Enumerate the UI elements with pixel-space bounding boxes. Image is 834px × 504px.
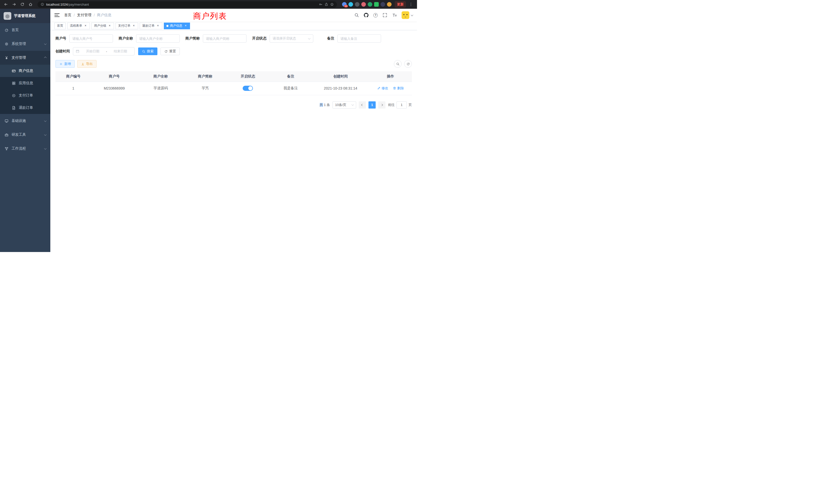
sidebar-item-app-info[interactable]: 应用信息	[0, 77, 50, 89]
extension-icon-3[interactable]	[355, 2, 359, 7]
extension-icon-1[interactable]: 10	[342, 2, 347, 7]
chevron-right-icon	[381, 104, 383, 106]
search-button[interactable]: 搜索	[138, 47, 157, 55]
extension-icon-8[interactable]	[387, 2, 392, 7]
card-icon	[12, 69, 16, 73]
sidebar-item-pay-order[interactable]: 支付订单	[0, 89, 50, 101]
calendar-icon	[76, 49, 79, 53]
user-menu[interactable]	[401, 11, 413, 19]
tag-close-icon[interactable]: ×	[132, 24, 136, 28]
document-icon	[12, 106, 16, 110]
font-size-icon[interactable]	[392, 13, 397, 18]
tab-home[interactable]: 首页	[54, 23, 66, 29]
col-merchant-no: 商户号	[91, 71, 137, 82]
refresh-icon	[164, 50, 168, 53]
export-button[interactable]: 导出	[77, 60, 96, 68]
status-toggle[interactable]	[243, 86, 253, 91]
date-end-placeholder[interactable]: 结束日期	[109, 49, 132, 54]
app-logo[interactable]: 芋道管理系统	[0, 9, 50, 23]
extension-badge: 10	[344, 5, 348, 7]
date-separator: -	[106, 49, 107, 53]
sidebar-item-label: 研发工具	[12, 132, 26, 137]
sidebar-item-merchant-info[interactable]: 商户信息	[0, 65, 50, 77]
edit-icon	[377, 87, 380, 90]
url-path: /pay/merchant	[68, 3, 89, 6]
full-name-input[interactable]	[136, 35, 180, 43]
tag-close-icon[interactable]: ×	[156, 24, 160, 28]
tab-refund-order[interactable]: 退款订单 ×	[140, 23, 162, 29]
search-icon	[396, 62, 399, 66]
breadcrumb-home[interactable]: 首页	[64, 13, 71, 18]
extension-icon-6[interactable]	[374, 2, 379, 7]
breadcrumb-separator: /	[74, 13, 75, 17]
sidebar-item-dev-tools[interactable]: 研发工具	[0, 128, 50, 142]
gear-icon	[5, 42, 8, 46]
col-status: 开启状态	[226, 71, 269, 82]
password-key-icon[interactable]	[319, 3, 323, 6]
extension-icon-5[interactable]	[368, 2, 372, 7]
browser-update-button[interactable]: 更新	[395, 1, 406, 8]
edit-link[interactable]: 修改	[377, 86, 388, 91]
address-bar[interactable]: localhost:1024/pay/merchant	[38, 1, 337, 8]
tab-merchant-info[interactable]: 商户信息 ×	[164, 23, 190, 29]
prev-page-button[interactable]	[359, 101, 366, 109]
sidebar: 芋道管理系统 首页 系统管理 支付管理 商户信息	[0, 9, 50, 252]
tag-close-icon[interactable]: ×	[184, 24, 188, 28]
goto-page-input[interactable]	[396, 101, 407, 109]
app-title: 芋道管理系统	[14, 14, 36, 18]
sidebar-item-system[interactable]: 系统管理	[0, 37, 50, 51]
pagination-total: 共 1 条	[320, 102, 330, 107]
pagination: 共 1 条 10条/页 1 前往 页	[56, 101, 412, 109]
extension-icon-7[interactable]	[380, 2, 385, 7]
search-icon[interactable]	[354, 13, 359, 18]
chevron-down-icon	[308, 37, 311, 40]
next-page-button[interactable]	[378, 101, 386, 109]
page-size-select[interactable]: 10条/页	[332, 101, 356, 109]
sidebar-item-payment[interactable]: 支付管理	[0, 51, 50, 65]
tag-close-icon[interactable]: ×	[84, 24, 87, 28]
extension-icon-2[interactable]	[348, 2, 353, 7]
refresh-icon	[407, 62, 410, 66]
date-range-picker[interactable]: 开始日期 - 结束日期	[73, 47, 135, 55]
toggle-search-button[interactable]	[394, 60, 401, 68]
site-info-icon[interactable]	[41, 3, 44, 6]
user-avatar	[401, 11, 409, 19]
add-button[interactable]: 新增	[56, 60, 75, 68]
tab-pay-order[interactable]: 支付订单 ×	[115, 23, 138, 29]
sidebar-item-home[interactable]: 首页	[0, 23, 50, 37]
date-start-placeholder[interactable]: 开始日期	[81, 49, 104, 54]
share-icon[interactable]	[325, 3, 328, 6]
sidebar-item-workflow[interactable]: 工作流程	[0, 142, 50, 156]
sidebar-item-refund-order[interactable]: 退款订单	[0, 101, 50, 114]
tag-close-icon[interactable]: ×	[108, 24, 111, 28]
search-icon	[142, 50, 145, 53]
extension-icon-4[interactable]	[361, 2, 366, 7]
breadcrumb-payment[interactable]: 支付管理	[77, 13, 91, 18]
github-icon[interactable]	[364, 13, 369, 18]
status-label: 开启状态	[252, 36, 266, 41]
forward-icon[interactable]	[11, 1, 18, 8]
cell-remark: 我是备注	[269, 82, 312, 95]
fullscreen-icon[interactable]	[382, 13, 387, 18]
back-icon[interactable]	[3, 1, 9, 8]
reload-icon[interactable]	[19, 1, 26, 8]
page-button-1[interactable]: 1	[369, 101, 376, 109]
sidebar-item-label: 首页	[12, 28, 19, 32]
sidebar-toggle-icon[interactable]	[54, 13, 60, 17]
bookmark-star-icon[interactable]	[330, 3, 334, 6]
refresh-table-button[interactable]	[404, 60, 412, 68]
home-icon[interactable]	[27, 1, 34, 8]
filter-row-2: 创建时间 开始日期 - 结束日期 搜索 重置	[56, 47, 412, 55]
merchant-no-input[interactable]	[69, 35, 113, 43]
delete-link[interactable]: 删除	[393, 86, 404, 91]
tab-user-group[interactable]: 用户分组 ×	[91, 23, 114, 29]
goto-label: 前往	[388, 102, 395, 107]
tab-process-form[interactable]: 流程表单 ×	[67, 23, 90, 29]
sidebar-item-infrastructure[interactable]: 基础设施	[0, 114, 50, 128]
remark-input[interactable]	[337, 35, 381, 43]
status-select[interactable]: 请选择开启状态	[270, 35, 313, 43]
reset-button[interactable]: 重置	[160, 47, 180, 55]
short-name-input[interactable]	[203, 35, 246, 43]
help-icon[interactable]: ?	[373, 13, 378, 18]
browser-menu-icon[interactable]: ⋮	[408, 2, 414, 7]
